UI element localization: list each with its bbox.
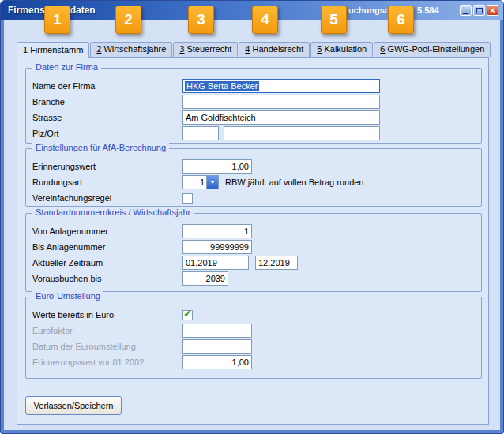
tab-firmenstamm[interactable]: 1Firmenstamm — [17, 42, 89, 58]
vereinfachungsregel-label: Vereinfachungsregel — [32, 193, 182, 203]
selected-text: HKG Berta Becker — [185, 81, 259, 91]
check-icon: ✓ — [183, 308, 192, 320]
firmenstammdaten-window: Firmenstammdaten uchungsc 5.584 × 1 2 3 … — [0, 0, 504, 434]
tab-handelsrecht[interactable]: 4Handelsrecht — [239, 42, 310, 57]
tab-mnemonic: 6 — [380, 44, 385, 54]
tab-label: GWG-Pool-Einstellungen — [387, 44, 484, 54]
callout-marker-6: 6 — [388, 6, 414, 34]
close-button[interactable]: × — [487, 5, 498, 16]
tab-mnemonic: 1 — [23, 45, 28, 54]
rundungsart-label: Rundungsart — [32, 178, 182, 187]
field-row-erinnerungswert: Erinnerungswert — [32, 159, 481, 174]
rundungsart-combobox[interactable]: 1 — [182, 175, 219, 189]
dialog-body: 1Firmenstamm 2Wirtschaftsjahre 3Steuerre… — [4, 20, 500, 430]
close-icon: × — [490, 6, 495, 15]
datum-euroumstellung-input[interactable] — [182, 339, 252, 354]
zeitraum-bis-input[interactable] — [255, 256, 298, 270]
maximize-button[interactable] — [473, 5, 485, 16]
field-row-strasse: Strasse — [32, 110, 481, 125]
field-row-erinnerungswert-vor-2002: Erinnerungswert vor 01.2002 — [32, 354, 481, 370]
callout-marker-4: 4 — [252, 6, 278, 34]
field-row-datum-euroumstellung: Datum der Euroumstellung — [32, 339, 481, 354]
tab-mnemonic: 4 — [245, 44, 250, 54]
branche-label: Branche — [32, 97, 182, 107]
vorausbuchen-bis-label: Vorausbuchen bis — [32, 274, 182, 283]
button-label-post: peichern — [80, 401, 113, 410]
bis-anlagenummer-label: Bis Anlagenummer — [32, 242, 182, 252]
vorausbuchen-bis-input[interactable] — [182, 271, 228, 286]
tab-mnemonic: 3 — [179, 44, 184, 54]
branche-input[interactable] — [182, 95, 380, 109]
plz-input[interactable] — [182, 126, 219, 140]
erinnerungswert-vor-2002-label: Erinnerungswert vor 01.2002 — [32, 357, 182, 367]
tab-label: Steuerrecht — [186, 44, 231, 54]
rundungsart-description: RBW jährl. auf vollen Betrag runden — [225, 178, 363, 187]
tab-steuerrecht[interactable]: 3Steuerrecht — [173, 42, 238, 57]
von-anlagenummer-label: Von Anlagenummer — [32, 226, 182, 236]
aktueller-zeitraum-label: Aktueller Zeitraum — [32, 258, 182, 268]
plz-ort-label: Plz/Ort — [32, 129, 182, 138]
erinnerungswert-input[interactable] — [182, 159, 252, 174]
group-afa-berechnung: Einstellungen für AfA-Berechnung Erinner… — [25, 148, 482, 207]
tab-label: Wirtschaftsjahre — [103, 44, 166, 54]
field-row-branche: Branche — [32, 94, 481, 110]
field-row-vereinfachungsregel: Vereinfachungsregel — [32, 190, 481, 206]
tab-label: Firmenstamm — [30, 45, 83, 54]
titlebar-right-text: uchungsc — [348, 6, 389, 15]
tab-page-firmenstamm: Daten zur Firma Name der Firma HKG Berta… — [17, 57, 489, 425]
callout-marker-2: 2 — [115, 6, 141, 34]
tab-wirtschaftsjahre[interactable]: 2Wirtschaftsjahre — [90, 42, 172, 57]
field-row-aktueller-zeitraum: Aktueller Zeitraum — [32, 255, 481, 271]
ort-input[interactable] — [224, 126, 380, 140]
minimize-icon — [463, 13, 468, 14]
group-euro-umstellung: Euro-Umstellung Werte bereits in Euro ✓ … — [25, 297, 482, 379]
tab-label: Handelsrecht — [252, 44, 303, 54]
werte-bereits-in-euro-checkbox[interactable]: ✓ — [182, 310, 193, 320]
button-label-pre: Verlassen/ — [34, 401, 74, 410]
callout-marker-3: 3 — [188, 6, 214, 34]
von-anlagenummer-input[interactable] — [182, 224, 252, 238]
maximize-icon — [476, 8, 483, 13]
chevron-down-icon — [210, 181, 215, 184]
eurofaktor-input[interactable] — [182, 324, 252, 338]
field-row-rundungsart: Rundungsart 1 RBW jährl. auf vollen Betr… — [32, 174, 481, 190]
erinnerungswert-label: Erinnerungswert — [32, 162, 182, 171]
strasse-label: Strasse — [32, 113, 182, 122]
erinnerungswert-vor-2002-input[interactable] — [182, 355, 252, 369]
tab-bar: 1Firmenstamm 2Wirtschaftsjahre 3Steuerre… — [17, 42, 491, 58]
vereinfachungsregel-checkbox[interactable] — [182, 193, 193, 204]
name-der-firma-input[interactable]: HKG Berta Becker — [182, 79, 380, 93]
field-row-werte-bereits-in-euro: Werte bereits in Euro ✓ — [32, 307, 481, 323]
field-row-name-der-firma: Name der Firma HKG Berta Becker — [32, 78, 481, 94]
tab-label: Kalkulation — [324, 44, 367, 54]
field-row-von-anlagenummer: Von Anlagenummer — [32, 223, 481, 239]
rundungsart-dropdown-button[interactable] — [206, 176, 218, 189]
field-row-plz-ort: Plz/Ort — [32, 125, 481, 141]
werte-bereits-in-euro-label: Werte bereits in Euro — [32, 310, 182, 320]
callout-marker-1: 1 — [44, 6, 70, 34]
zeitraum-von-input[interactable] — [182, 256, 249, 270]
tab-gwg-pool-einstellungen[interactable]: 6GWG-Pool-Einstellungen — [374, 42, 491, 57]
group-standardnummernkreis: Standardnummernkreis / Wirtschaftsjahr V… — [25, 213, 482, 292]
group-daten-zur-firma: Daten zur Firma Name der Firma HKG Berta… — [25, 68, 482, 144]
tab-mnemonic: 2 — [96, 44, 101, 54]
name-der-firma-label: Name der Firma — [32, 81, 182, 91]
bis-anlagenummer-input[interactable] — [182, 240, 252, 254]
datum-euroumstellung-label: Datum der Euroumstellung — [32, 342, 182, 351]
tab-kalkulation[interactable]: 5Kalkulation — [310, 42, 373, 57]
tab-mnemonic: 5 — [317, 44, 322, 54]
titlebar-version: 5.584 — [417, 6, 439, 15]
minimize-button[interactable] — [460, 5, 472, 16]
field-row-vorausbuchen-bis: Vorausbuchen bis — [32, 271, 481, 286]
field-row-eurofaktor: Eurofaktor — [32, 323, 481, 339]
strasse-input[interactable] — [182, 110, 380, 125]
verlassen-speichern-button[interactable]: Verlassen/Speichern — [25, 396, 122, 415]
window-controls: × — [460, 5, 498, 16]
rundungsart-value: 1 — [183, 176, 206, 189]
field-row-bis-anlagenummer: Bis Anlagenummer — [32, 239, 481, 255]
eurofaktor-label: Eurofaktor — [32, 326, 182, 335]
callout-marker-5: 5 — [321, 6, 347, 34]
